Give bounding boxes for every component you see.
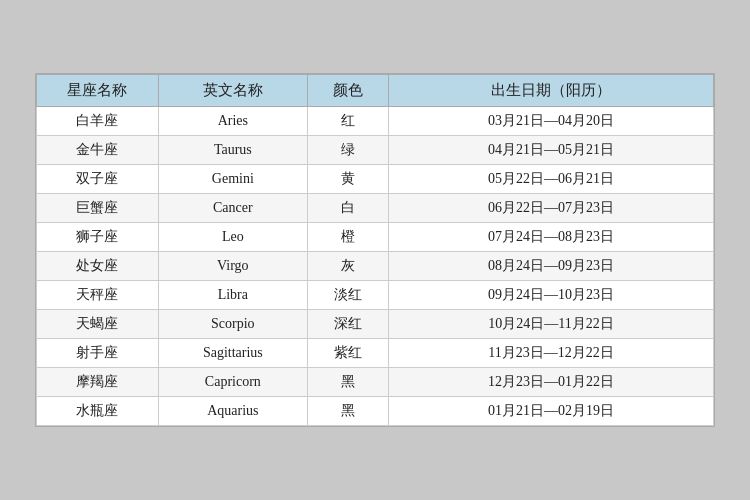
cell-color: 白 [307, 194, 388, 223]
cell-date: 03月21日—04月20日 [389, 107, 714, 136]
cell-chinese: 金牛座 [37, 136, 159, 165]
cell-color: 淡红 [307, 281, 388, 310]
cell-date: 08月24日—09月23日 [389, 252, 714, 281]
cell-english: Aries [158, 107, 307, 136]
table-row: 摩羯座Capricorn黑12月23日—01月22日 [37, 368, 714, 397]
zodiac-table: 星座名称 英文名称 颜色 出生日期（阳历） 白羊座Aries红03月21日—04… [36, 74, 714, 426]
table-row: 天秤座Libra淡红09月24日—10月23日 [37, 281, 714, 310]
cell-color: 黑 [307, 368, 388, 397]
cell-chinese: 射手座 [37, 339, 159, 368]
table-row: 巨蟹座Cancer白06月22日—07月23日 [37, 194, 714, 223]
header-english: 英文名称 [158, 75, 307, 107]
cell-date: 07月24日—08月23日 [389, 223, 714, 252]
table-row: 双子座Gemini黄05月22日—06月21日 [37, 165, 714, 194]
cell-color: 深红 [307, 310, 388, 339]
cell-date: 04月21日—05月21日 [389, 136, 714, 165]
table-row: 射手座Sagittarius紫红11月23日—12月22日 [37, 339, 714, 368]
table-row: 天蝎座Scorpio深红10月24日—11月22日 [37, 310, 714, 339]
cell-date: 12月23日—01月22日 [389, 368, 714, 397]
table-row: 白羊座Aries红03月21日—04月20日 [37, 107, 714, 136]
cell-english: Aquarius [158, 397, 307, 426]
header-date: 出生日期（阳历） [389, 75, 714, 107]
cell-color: 黄 [307, 165, 388, 194]
zodiac-table-container: 星座名称 英文名称 颜色 出生日期（阳历） 白羊座Aries红03月21日—04… [35, 73, 715, 427]
cell-english: Virgo [158, 252, 307, 281]
cell-english: Capricorn [158, 368, 307, 397]
cell-english: Libra [158, 281, 307, 310]
cell-english: Leo [158, 223, 307, 252]
table-row: 处女座Virgo灰08月24日—09月23日 [37, 252, 714, 281]
header-color: 颜色 [307, 75, 388, 107]
cell-color: 灰 [307, 252, 388, 281]
cell-english: Taurus [158, 136, 307, 165]
cell-chinese: 巨蟹座 [37, 194, 159, 223]
cell-english: Gemini [158, 165, 307, 194]
cell-color: 红 [307, 107, 388, 136]
cell-color: 紫红 [307, 339, 388, 368]
cell-english: Cancer [158, 194, 307, 223]
cell-color: 绿 [307, 136, 388, 165]
cell-chinese: 天秤座 [37, 281, 159, 310]
cell-date: 11月23日—12月22日 [389, 339, 714, 368]
cell-date: 10月24日—11月22日 [389, 310, 714, 339]
table-row: 金牛座Taurus绿04月21日—05月21日 [37, 136, 714, 165]
cell-chinese: 狮子座 [37, 223, 159, 252]
cell-chinese: 双子座 [37, 165, 159, 194]
cell-date: 06月22日—07月23日 [389, 194, 714, 223]
table-row: 狮子座Leo橙07月24日—08月23日 [37, 223, 714, 252]
cell-chinese: 摩羯座 [37, 368, 159, 397]
cell-date: 09月24日—10月23日 [389, 281, 714, 310]
cell-chinese: 处女座 [37, 252, 159, 281]
cell-date: 05月22日—06月21日 [389, 165, 714, 194]
cell-english: Scorpio [158, 310, 307, 339]
table-row: 水瓶座Aquarius黑01月21日—02月19日 [37, 397, 714, 426]
table-header-row: 星座名称 英文名称 颜色 出生日期（阳历） [37, 75, 714, 107]
cell-chinese: 白羊座 [37, 107, 159, 136]
cell-color: 橙 [307, 223, 388, 252]
cell-date: 01月21日—02月19日 [389, 397, 714, 426]
header-chinese: 星座名称 [37, 75, 159, 107]
cell-english: Sagittarius [158, 339, 307, 368]
cell-chinese: 水瓶座 [37, 397, 159, 426]
cell-color: 黑 [307, 397, 388, 426]
cell-chinese: 天蝎座 [37, 310, 159, 339]
